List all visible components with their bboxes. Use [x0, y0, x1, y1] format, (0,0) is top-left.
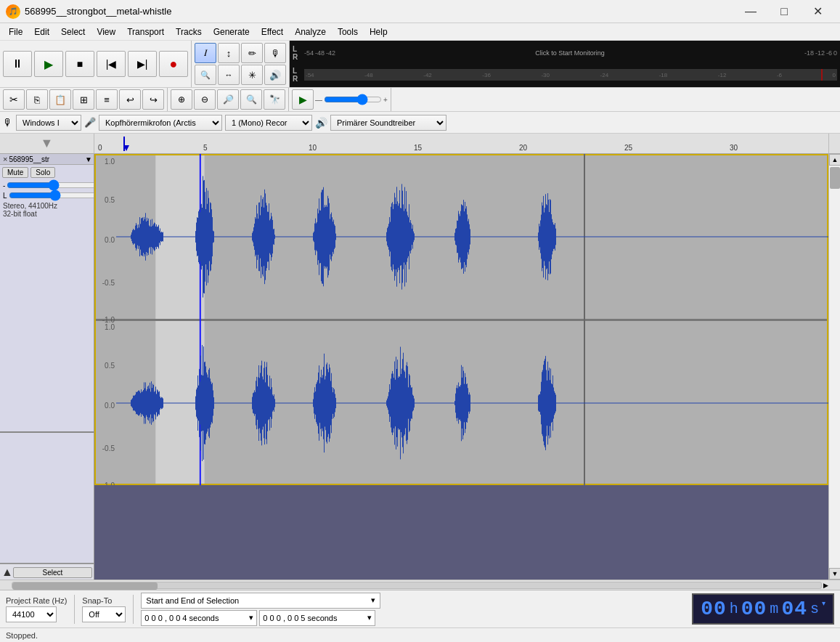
track-name-label: 568995__str — [9, 155, 85, 163]
zoom-fit-button[interactable]: 🔎 — [217, 89, 239, 110]
output-device-select[interactable]: Primärer Soundtreiber — [330, 115, 446, 131]
zoom-sel-button[interactable]: 🔍 — [240, 89, 262, 110]
selection-mode-label: Start and End of Selection — [146, 596, 239, 605]
menu-select[interactable]: Select — [55, 25, 91, 38]
pause-button[interactable]: ⏸ — [3, 51, 32, 77]
clock-dropdown-icon[interactable]: ▾ — [822, 599, 825, 607]
input-device-select[interactable]: Windows I — [16, 115, 81, 131]
channels-select[interactable]: 1 (Mono) Recor — [225, 115, 312, 131]
record-input-icon[interactable]: 🎙 — [3, 117, 13, 129]
clock-h-unit: h — [730, 601, 738, 617]
paste-button[interactable]: 📋 — [49, 89, 71, 110]
clock-hours: 00 — [701, 598, 727, 620]
selection-tool-button[interactable]: 𝐼 — [195, 43, 216, 63]
content-area: ▼ 0 5 10 15 20 25 30 — [0, 134, 840, 642]
project-rate-label: Project Rate (Hz) — [6, 596, 67, 605]
waveform-canvas[interactable] — [94, 154, 828, 485]
vscroll-track[interactable] — [829, 166, 840, 568]
ruler-arrow-icon[interactable]: ▼ — [41, 136, 54, 151]
selection-mode-dropdown[interactable]: Start and End of Selection ▾ — [141, 593, 380, 609]
vscroll-thumb[interactable] — [830, 167, 840, 189]
envelope-tool-button[interactable]: ↕ — [218, 43, 240, 63]
playback-meter[interactable]: -54 -48 -42 -36 -30 -24 -18 -12 -6 0 — [304, 69, 837, 81]
track-mute-solo-row: Mute Solo — [0, 165, 94, 180]
tracks-area: × 568995__str ▼ Mute Solo - — [0, 154, 840, 580]
menu-file[interactable]: File — [3, 25, 28, 38]
clock-minutes: 00 — [741, 598, 767, 620]
zoom-in2-button[interactable]: ⊕ — [171, 89, 192, 110]
mute-button[interactable]: Mute — [2, 167, 28, 178]
speaker-icon[interactable]: 🔊 — [315, 117, 327, 129]
menu-help[interactable]: Help — [364, 25, 394, 38]
mic-icon[interactable]: 🎤 — [84, 117, 96, 128]
time-start-input[interactable]: 0 0 0 , 0 0 4 seconds ▾ — [141, 610, 257, 626]
output-vol-button[interactable]: 🔊 — [264, 65, 286, 85]
track-arrow-icon[interactable]: ▼ — [85, 155, 92, 163]
silence-button[interactable]: ≡ — [96, 89, 118, 110]
track-select-row: ▲ Select — [0, 564, 94, 580]
project-rate-select[interactable]: 44100 — [6, 606, 57, 622]
hscroll-thumb[interactable] — [12, 582, 158, 590]
app-icon: 🎵 — [6, 4, 20, 19]
zoom-out-fit-button[interactable]: ↔ — [218, 65, 240, 85]
fit-project-button[interactable]: ✳ — [241, 65, 263, 85]
empty-track-area — [94, 485, 828, 580]
record-button[interactable]: ● — [159, 51, 188, 77]
maximize-button[interactable]: □ — [767, 0, 801, 23]
separator-2 — [133, 595, 134, 624]
menu-analyze[interactable]: Analyze — [289, 25, 332, 38]
gain-minus-label: - — [3, 182, 5, 190]
time-start-arrow: ▾ — [249, 613, 253, 622]
pencil-tool-button[interactable]: ✏ — [241, 43, 263, 63]
time-start-label: 0 0 0 , 0 0 4 seconds — [144, 614, 219, 622]
output-volume-slider[interactable] — [324, 95, 382, 104]
close-button[interactable]: ✕ — [801, 0, 834, 23]
time-inputs-row: 0 0 0 , 0 0 4 seconds ▾ 0 0 0 , 0 0 5 se… — [141, 610, 380, 626]
zoom-in-button[interactable]: 🔍 — [195, 65, 216, 85]
menu-effect[interactable]: Effect — [256, 25, 289, 38]
play-button[interactable]: ▶ — [34, 51, 63, 77]
gain-slider[interactable] — [7, 181, 94, 190]
track-title-row: × 568995__str ▼ — [0, 154, 94, 165]
play2-button[interactable]: ▶ — [292, 89, 314, 110]
menu-tools[interactable]: Tools — [332, 25, 364, 38]
pan-slider[interactable] — [9, 191, 94, 200]
menu-tracks[interactable]: Tracks — [170, 25, 208, 38]
scroll-down-button[interactable]: ▼ — [829, 568, 840, 580]
mic-tool-button[interactable]: 🎙 — [264, 43, 286, 63]
select-arrow-icon[interactable]: ▲ — [1, 566, 13, 579]
statusbar: Stopped. — [0, 627, 840, 642]
mic-device-select[interactable]: Kopfhörermikrofon (Arctis — [99, 115, 222, 131]
time-end-input[interactable]: 0 0 0 , 0 0 5 seconds ▾ — [259, 610, 375, 626]
track-headers: × 568995__str ▼ Mute Solo - — [0, 154, 94, 580]
solo-button[interactable]: Solo — [30, 167, 55, 178]
scroll-up-button[interactable]: ▲ — [829, 154, 840, 166]
menu-transport[interactable]: Transport — [121, 25, 170, 38]
undo-button[interactable]: ↩ — [119, 89, 141, 110]
copy-button[interactable]: ⎘ — [26, 89, 48, 110]
menu-edit[interactable]: Edit — [28, 25, 55, 38]
menu-view[interactable]: View — [91, 25, 121, 38]
snap-to-select[interactable]: Off — [82, 606, 126, 622]
track-info: Stereo, 44100Hz 32-bit float — [0, 200, 94, 219]
select-button[interactable]: Select — [13, 567, 92, 578]
ruler-labels: 0 5 10 15 20 25 30 — [96, 134, 828, 153]
skip-start-button[interactable]: |◀ — [97, 51, 126, 77]
skip-end-button[interactable]: ▶| — [128, 51, 157, 77]
cut-button[interactable]: ✂ — [3, 89, 25, 110]
stop-button[interactable]: ■ — [65, 51, 94, 77]
zoom-out3-button[interactable]: 🔭 — [264, 89, 285, 110]
snap-to-section: Snap-To Off — [82, 596, 126, 622]
menu-generate[interactable]: Generate — [208, 25, 256, 38]
hscroll-track[interactable] — [12, 582, 822, 589]
redo-button[interactable]: ↪ — [142, 89, 164, 110]
trim-button[interactable]: ⊞ — [73, 89, 94, 110]
vertical-scrollbar: ▲ ▼ — [828, 154, 840, 580]
zoom-out2-button[interactable]: ⊖ — [194, 89, 216, 110]
hscroll-right-button[interactable]: ▶ — [823, 582, 828, 589]
snap-to-label: Snap-To — [82, 596, 126, 605]
click-to-start-monitoring[interactable]: Click to Start Monitoring — [337, 49, 803, 57]
time-end-arrow: ▾ — [367, 613, 372, 622]
track-close-button[interactable]: × — [1, 155, 9, 163]
minimize-button[interactable]: — — [734, 0, 767, 23]
